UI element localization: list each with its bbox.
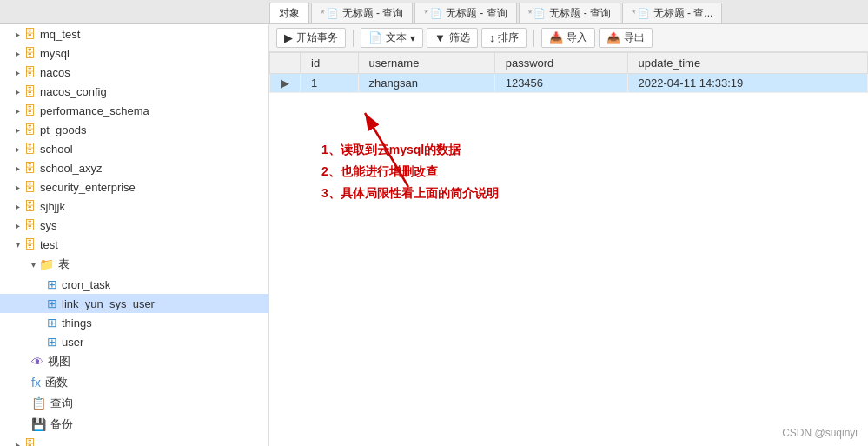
sidebar-label-18: 函数 — [45, 375, 68, 390]
sort-button[interactable]: ↕ 排序 — [481, 28, 527, 48]
tab-asterisk-4: * — [632, 8, 636, 20]
text-dropdown-icon: ▾ — [410, 32, 415, 44]
tab-icon-4: 📄 — [638, 8, 650, 19]
tab-query-3[interactable]: * 📄 无标题 - 查询 — [519, 3, 620, 23]
text-button[interactable]: 📄 文本 ▾ — [361, 28, 423, 48]
sidebar-item-6[interactable]: ▸🗄school — [0, 139, 268, 158]
expand-arrow-4: ▸ — [16, 106, 20, 116]
db-icon-1: 🗄 — [23, 46, 36, 60]
sidebar-item-4[interactable]: ▸🗄performance_schema — [0, 101, 268, 120]
query-icon-19: 📋 — [31, 396, 46, 410]
view-icon-17: 👁 — [31, 355, 43, 369]
col-header-password[interactable]: password — [494, 53, 627, 74]
row-indicator: ▶ — [270, 74, 301, 93]
filter-icon: ▼ — [434, 31, 446, 44]
sidebar-label-2: nacos — [40, 66, 70, 79]
tab-icon-2: 📄 — [430, 8, 442, 19]
backup-icon-20: 💾 — [31, 417, 46, 431]
filter-button[interactable]: ▼ 筛选 — [427, 28, 478, 48]
tab-query-2-label: 无标题 - 查询 — [446, 6, 507, 21]
sidebar-item-0[interactable]: ▸🗄mq_test — [0, 24, 268, 43]
export-label: 导出 — [624, 30, 645, 45]
sidebar-item-19[interactable]: 📋查询 — [0, 393, 268, 414]
sidebar-item-14[interactable]: ⊞link_yun_sys_user — [0, 294, 268, 313]
begin-transaction-button[interactable]: ▶ 开始事务 — [276, 28, 346, 48]
sidebar-item-20[interactable]: 💾备份 — [0, 414, 268, 435]
export-button[interactable]: 📤 导出 — [599, 28, 653, 48]
sidebar-item-15[interactable]: ⊞things — [0, 313, 268, 332]
col-header-username[interactable]: username — [358, 53, 494, 74]
tab-objects-label: 对象 — [279, 6, 300, 21]
sidebar-item-13[interactable]: ⊞cron_task — [0, 275, 268, 294]
expand-arrow-21: ▸ — [16, 440, 20, 447]
sidebar-label-0: mq_test — [40, 28, 80, 41]
data-table: idusernamepasswordupdate_time ▶1zhangsan… — [269, 52, 868, 93]
sidebar-item-18[interactable]: fx函数 — [0, 372, 268, 393]
func-icon-18: fx — [31, 376, 41, 389]
toolbar-separator-1 — [353, 30, 354, 47]
annotation-text: 1、读取到云mysql的数据 2、也能进行增删改查 3、具体局限性看上面的简介说… — [321, 139, 499, 205]
sidebar-item-9[interactable]: ▸🗄sjhjjk — [0, 196, 268, 216]
sidebar-item-12[interactable]: ▾📁表 — [0, 254, 268, 275]
sidebar-label-8: security_enterprise — [40, 181, 136, 194]
sidebar-item-21[interactable]: ▸🗄... — [0, 435, 268, 446]
annotation-line3: 3、具体局限性看上面的简介说明 — [321, 183, 499, 204]
sidebar-label-11: test — [40, 238, 58, 251]
expand-arrow-8: ▸ — [16, 183, 20, 192]
sidebar-item-2[interactable]: ▸🗄nacos — [0, 63, 268, 82]
sidebar-label-10: sys — [40, 219, 57, 232]
db-icon-2: 🗄 — [23, 65, 36, 79]
tab-query-1[interactable]: * 📄 无标题 - 查询 — [311, 3, 413, 23]
tab-query-2[interactable]: * 📄 无标题 - 查询 — [414, 3, 516, 23]
expand-arrow-5: ▸ — [16, 125, 20, 135]
cell-update_time-0[interactable]: 2022-04-11 14:33:19 — [627, 74, 867, 93]
sidebar-label-7: school_axyz — [40, 162, 103, 175]
sidebar-label-6: school — [40, 143, 73, 156]
import-button[interactable]: 📥 导入 — [541, 28, 595, 48]
tab-asterisk-1: * — [321, 8, 325, 20]
sidebar-item-5[interactable]: ▸🗄pt_goods — [0, 120, 268, 139]
expand-arrow-7: ▸ — [16, 163, 20, 173]
cell-id-0[interactable]: 1 — [301, 74, 359, 93]
sidebar-item-8[interactable]: ▸🗄security_enterprise — [0, 177, 268, 196]
table-row[interactable]: ▶1zhangsan1234562022-04-11 14:33:19 — [270, 74, 868, 93]
toolbar: ▶ 开始事务 📄 文本 ▾ ▼ 筛选 ↕ 排序 📥 导入 — [269, 24, 868, 52]
tab-asterisk-2: * — [424, 8, 428, 20]
db-icon-8: 🗄 — [23, 180, 36, 194]
sidebar-item-16[interactable]: ⊞user — [0, 332, 268, 351]
col-header-id[interactable]: id — [301, 53, 359, 74]
import-label: 导入 — [567, 30, 587, 45]
sidebar-item-17[interactable]: 👁视图 — [0, 351, 268, 372]
sidebar: ▸🗄mq_test▸🗄mysql▸🗄nacos▸🗄nacos_config▸🗄p… — [0, 24, 269, 446]
sort-icon: ↕ — [489, 31, 495, 44]
table-header-row: idusernamepasswordupdate_time — [270, 53, 868, 74]
col-header-update_time[interactable]: update_time — [627, 53, 867, 74]
sidebar-item-1[interactable]: ▸🗄mysql — [0, 43, 268, 63]
tab-query-1-label: 无标题 - 查询 — [342, 6, 404, 21]
sidebar-label-17: 视图 — [48, 354, 70, 369]
table-area[interactable]: idusernamepasswordupdate_time ▶1zhangsan… — [269, 52, 868, 446]
sidebar-label-1: mysql — [40, 47, 70, 60]
db-icon-7: 🗄 — [23, 161, 36, 175]
table-icon-16: ⊞ — [47, 335, 57, 349]
tab-objects[interactable]: 对象 — [269, 3, 309, 23]
sidebar-item-7[interactable]: ▸🗄school_axyz — [0, 158, 268, 177]
db-icon-9: 🗄 — [23, 199, 36, 213]
expand-arrow-6: ▸ — [16, 144, 20, 154]
export-icon: 📤 — [606, 31, 620, 44]
cell-password-0[interactable]: 123456 — [494, 74, 627, 93]
sidebar-item-10[interactable]: ▸🗄sys — [0, 216, 268, 235]
sidebar-label-15: things — [62, 316, 92, 330]
expand-arrow-11: ▾ — [16, 240, 20, 250]
db-icon-5: 🗄 — [23, 123, 36, 136]
sidebar-item-3[interactable]: ▸🗄nacos_config — [0, 82, 268, 101]
sidebar-label-16: user — [62, 336, 83, 349]
watermark: CSDN @suqinyi — [782, 427, 858, 439]
cell-username-0[interactable]: zhangsan — [358, 74, 494, 93]
expand-arrow-9: ▸ — [16, 202, 20, 211]
sidebar-item-11[interactable]: ▾🗄test — [0, 235, 268, 254]
table-icon-14: ⊞ — [47, 296, 57, 310]
expand-arrow-2: ▸ — [16, 68, 20, 77]
tab-query-4[interactable]: * 📄 无标题 - 查... — [622, 3, 722, 23]
annotation-line2: 2、也能进行增删改查 — [321, 161, 499, 183]
